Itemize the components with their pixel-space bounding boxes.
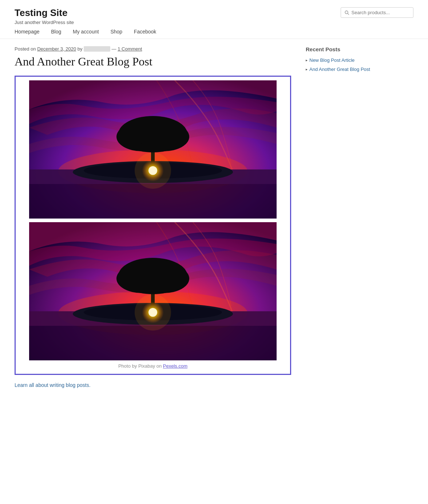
site-branding: Testing Site Just another WordPress site (15, 7, 74, 25)
search-icon (345, 10, 349, 15)
site-tagline: Just another WordPress site (15, 20, 74, 25)
posted-on-label: Posted on (15, 46, 36, 52)
featured-content-box: Photo by Pixabay on Pexels.com (15, 76, 291, 375)
post-meta: Posted on December 3, 2020 by author — 1… (15, 46, 291, 52)
site-title: Testing Site (15, 7, 74, 19)
main-container: Posted on December 3, 2020 by author — 1… (0, 39, 428, 395)
comment-count[interactable]: 1 Comment (118, 46, 142, 52)
svg-line-1 (348, 13, 349, 15)
svg-point-15 (124, 119, 182, 144)
sidebar-post-link-2[interactable]: And Another Great Blog Post (306, 67, 379, 72)
sunset-svg-1 (19, 80, 286, 219)
photo-credit: Photo by Pixabay on Pexels.com (19, 360, 286, 370)
nav-blog[interactable]: Blog (51, 29, 61, 35)
svg-point-0 (345, 11, 348, 13)
sunset-image-1 (19, 80, 286, 219)
post-title: And Another Great Blog Post (15, 55, 291, 68)
sunset-image-2 (19, 222, 286, 360)
site-header: Testing Site Just another WordPress site (0, 0, 428, 25)
by-label: by (78, 46, 83, 52)
search-box[interactable] (341, 7, 413, 18)
site-navigation: Homepage Blog My account Shop Facebook (0, 25, 428, 39)
svg-point-35 (135, 294, 171, 331)
post-excerpt: Learn all about writing blog posts. (15, 382, 291, 388)
author-name: author (84, 46, 110, 52)
nav-my-account[interactable]: My account (73, 29, 99, 35)
photo-credit-text: Photo by Pixabay on (118, 363, 162, 369)
content-area: Posted on December 3, 2020 by author — 1… (15, 46, 291, 388)
photo-credit-link[interactable]: Pexels.com (163, 363, 187, 369)
svg-point-18 (135, 152, 171, 189)
nav-homepage[interactable]: Homepage (15, 29, 40, 35)
sidebar-post-link-1[interactable]: New Blog Post Article (306, 57, 379, 63)
sunset-svg-2 (19, 222, 286, 360)
nav-facebook[interactable]: Facebook (134, 29, 156, 35)
search-input[interactable] (352, 10, 409, 15)
comment-separator: — (112, 46, 116, 52)
sidebar-recent-posts-title: Recent Posts (306, 46, 379, 52)
svg-point-32 (124, 260, 182, 286)
sidebar: Recent Posts New Blog Post Article And A… (306, 46, 379, 388)
post-date[interactable]: December 3, 2020 (37, 46, 76, 52)
nav-shop[interactable]: Shop (110, 29, 122, 35)
